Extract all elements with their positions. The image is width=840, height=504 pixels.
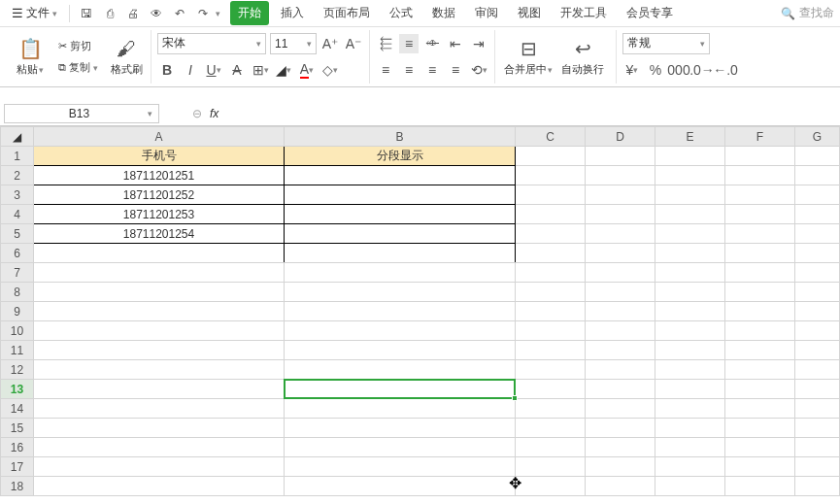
- cell[interactable]: [586, 341, 655, 360]
- cut-button[interactable]: ✂剪切: [54, 37, 102, 55]
- row-header[interactable]: 11: [1, 341, 34, 360]
- cell[interactable]: [586, 263, 655, 283]
- tab-view[interactable]: 视图: [510, 1, 549, 25]
- cell[interactable]: [586, 166, 655, 185]
- font-name-select[interactable]: 宋体▾: [157, 33, 266, 54]
- row-header[interactable]: 13: [1, 380, 34, 399]
- cell[interactable]: [586, 205, 655, 224]
- strikethrough-icon[interactable]: A: [227, 60, 247, 80]
- spreadsheet-grid[interactable]: ◢ A B C D E F G 1 手机号 分段显示 2 18711201251…: [0, 126, 840, 496]
- justify-icon[interactable]: ≡: [446, 60, 465, 80]
- tab-dev[interactable]: 开发工具: [553, 1, 615, 25]
- border-icon[interactable]: ⊞▾: [251, 60, 270, 80]
- cell[interactable]: [795, 360, 840, 380]
- cell[interactable]: [795, 166, 840, 185]
- cell[interactable]: [285, 419, 516, 438]
- col-header-A[interactable]: A: [34, 127, 285, 147]
- cell[interactable]: [795, 185, 840, 205]
- col-header-C[interactable]: C: [516, 127, 586, 147]
- cell[interactable]: [655, 360, 725, 380]
- cell[interactable]: [725, 477, 795, 496]
- tab-layout[interactable]: 页面布局: [316, 1, 378, 25]
- row-header[interactable]: 16: [1, 438, 34, 457]
- align-right-icon[interactable]: ≡: [422, 60, 442, 80]
- cell[interactable]: [655, 302, 725, 321]
- col-header-E[interactable]: E: [655, 127, 725, 147]
- number-format-select[interactable]: 常规▾: [622, 33, 710, 54]
- cell[interactable]: [725, 244, 795, 263]
- cell[interactable]: [795, 399, 840, 419]
- cell[interactable]: [725, 283, 795, 302]
- copy-button[interactable]: ⧉复制▾: [54, 58, 102, 77]
- cell[interactable]: [586, 185, 655, 205]
- cell[interactable]: [795, 477, 840, 496]
- bold-icon[interactable]: B: [157, 60, 177, 80]
- tab-member[interactable]: 会员专享: [619, 1, 681, 25]
- row-header[interactable]: 18: [1, 477, 34, 496]
- cell[interactable]: [655, 283, 725, 302]
- col-header-B[interactable]: B: [285, 127, 516, 147]
- save-icon[interactable]: 🖫: [76, 3, 97, 24]
- tab-review[interactable]: 审阅: [467, 1, 506, 25]
- cell[interactable]: [795, 380, 840, 399]
- cell-B5[interactable]: [285, 224, 516, 244]
- cell-A2[interactable]: 18711201251: [34, 166, 285, 185]
- row-header[interactable]: 10: [1, 321, 34, 341]
- cell[interactable]: [795, 438, 840, 457]
- row-header[interactable]: 9: [1, 302, 34, 321]
- cell[interactable]: [725, 302, 795, 321]
- row-header[interactable]: 12: [1, 360, 34, 380]
- cell[interactable]: [725, 321, 795, 341]
- italic-icon[interactable]: I: [181, 60, 200, 80]
- name-box[interactable]: B13 ▾: [4, 104, 159, 123]
- col-header-G[interactable]: G: [795, 127, 840, 147]
- row-header[interactable]: 14: [1, 399, 34, 419]
- font-size-select[interactable]: 11▾: [270, 33, 317, 54]
- cell[interactable]: [655, 438, 725, 457]
- cell[interactable]: [586, 360, 655, 380]
- export-icon[interactable]: ⎙: [99, 3, 120, 24]
- cell[interactable]: [795, 419, 840, 438]
- cell[interactable]: [516, 263, 586, 283]
- cell[interactable]: [725, 263, 795, 283]
- cell[interactable]: [655, 147, 725, 166]
- decrease-decimal-icon[interactable]: ←.0: [716, 60, 735, 80]
- cell-B6[interactable]: [285, 244, 516, 263]
- cell[interactable]: [795, 457, 840, 477]
- cell[interactable]: [655, 419, 725, 438]
- search-box[interactable]: 🔍 查找命: [781, 5, 834, 21]
- increase-font-icon[interactable]: A⁺: [320, 34, 340, 53]
- cell[interactable]: [655, 166, 725, 185]
- cell[interactable]: [34, 477, 285, 496]
- cell[interactable]: [516, 302, 586, 321]
- cell[interactable]: [725, 341, 795, 360]
- currency-icon[interactable]: ¥▾: [622, 60, 642, 80]
- file-menu[interactable]: ☰ 文件 ▾: [6, 2, 63, 24]
- cell[interactable]: [655, 321, 725, 341]
- cell[interactable]: [34, 321, 285, 341]
- cell[interactable]: [516, 341, 586, 360]
- indent-decrease-icon[interactable]: ⇤: [446, 34, 465, 53]
- cell[interactable]: [586, 477, 655, 496]
- cell[interactable]: [795, 283, 840, 302]
- cell[interactable]: [655, 380, 725, 399]
- row-header[interactable]: 3: [1, 185, 34, 205]
- row-header[interactable]: 17: [1, 457, 34, 477]
- format-painter-button[interactable]: 🖌 格式刷: [108, 30, 145, 84]
- fill-color-icon[interactable]: ◢▾: [274, 60, 293, 80]
- cell[interactable]: [725, 147, 795, 166]
- cell[interactable]: [34, 419, 285, 438]
- redo-icon[interactable]: ↷: [192, 3, 214, 24]
- cell-B13[interactable]: [285, 380, 516, 399]
- cell[interactable]: [34, 302, 285, 321]
- cell[interactable]: [516, 147, 586, 166]
- cell[interactable]: [655, 399, 725, 419]
- cell[interactable]: [795, 244, 840, 263]
- cell[interactable]: [795, 302, 840, 321]
- cell[interactable]: [725, 360, 795, 380]
- cell-A1[interactable]: 手机号: [34, 147, 285, 166]
- formula-input[interactable]: [218, 104, 840, 123]
- fill-handle[interactable]: [512, 395, 518, 401]
- cell[interactable]: [285, 283, 516, 302]
- tab-formula[interactable]: 公式: [382, 1, 420, 25]
